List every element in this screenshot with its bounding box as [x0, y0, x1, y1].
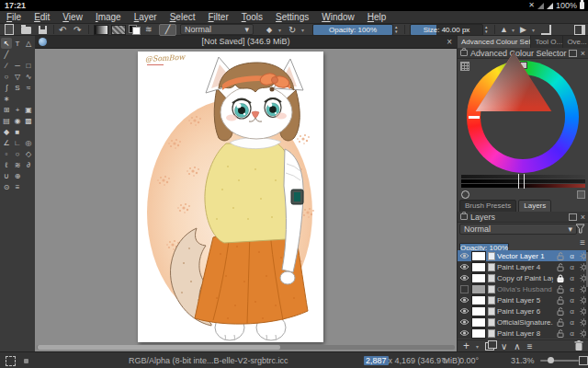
fg-bg-color-swatch[interactable]	[129, 25, 141, 35]
text-tool[interactable]: T	[12, 38, 23, 49]
status-mini-icon[interactable]	[24, 359, 28, 363]
menu-item-window[interactable]: Window	[315, 11, 361, 23]
assistants-tool[interactable]: ∠	[1, 137, 12, 148]
menu-item-layer[interactable]: Layer	[128, 11, 164, 23]
shade-selector-settings-icon[interactable]	[577, 190, 585, 199]
float-docker-icon[interactable]	[569, 50, 577, 57]
new-document-button[interactable]	[5, 24, 14, 35]
blend-mode-select[interactable]: Normal▾	[180, 24, 254, 35]
layer-visibility-toggle[interactable]	[459, 329, 469, 337]
zoom-percent-value[interactable]: 31.3%	[511, 352, 535, 368]
layer-lock-icon[interactable]	[555, 329, 565, 338]
layer-filter-icon[interactable]	[575, 224, 585, 234]
tab-layers[interactable]: Layers	[518, 200, 551, 213]
layer-row-copy-of-paint-lay[interactable]: Copy of Paint Lay...α	[458, 272, 588, 283]
crop-tool[interactable]: ▣	[23, 104, 34, 115]
color-history-icon[interactable]	[461, 190, 469, 199]
layer-row-paint-layer-8[interactable]: Paint Layer 8α	[458, 328, 588, 339]
layer-row-paint-layer-6[interactable]: Paint Layer 6α	[458, 305, 588, 316]
layer-row-olivia-s-husband[interactable]: Olivia's Husband [...α	[458, 283, 588, 294]
add-layer-button[interactable]: +	[463, 339, 469, 352]
layer-alpha-lock-icon[interactable]: α	[567, 263, 577, 271]
layer-options-menu-icon[interactable]: ≡	[580, 237, 585, 247]
layer-lock-icon[interactable]	[555, 274, 565, 282]
layer-properties-button[interactable]: ≡	[527, 341, 533, 351]
multibrush-tool[interactable]: ∗	[1, 93, 12, 104]
menu-item-filter[interactable]: Filter	[201, 11, 234, 23]
selection-mode-icon[interactable]	[6, 356, 16, 366]
brush-preset-chooser-button[interactable]: ≋	[145, 24, 153, 35]
layer-row-paint-layer-5[interactable]: Paint Layer 5α	[458, 294, 588, 305]
brush-size-slider[interactable]: Size: 40.00 px	[410, 24, 483, 36]
canvas-window[interactable]: [Not Saved] (346.9 MiB) ×	[35, 36, 457, 351]
contiguous-select-tool[interactable]: ⊕	[12, 170, 23, 181]
transform-tool[interactable]: ⊞	[1, 104, 12, 115]
move-layer-down-button[interactable]: ∨	[501, 341, 507, 351]
layer-visibility-toggle[interactable]	[459, 307, 469, 315]
save-button[interactable]	[39, 26, 47, 34]
edit-shapes-tool[interactable]: △	[23, 38, 34, 49]
layer-blend-mode-select[interactable]: Normal ▾	[459, 224, 577, 235]
wrap-around-button[interactable]: ▶	[520, 24, 526, 35]
opacity-spinner[interactable]: ▴▾	[395, 25, 398, 34]
layer-lock-icon[interactable]	[555, 296, 565, 305]
menu-item-settings[interactable]: Settings	[269, 11, 315, 23]
mirror-tool-button[interactable]: ▲	[500, 24, 508, 35]
zoom-tool[interactable]: ⊙	[1, 181, 12, 192]
show-dockers-button[interactable]	[574, 25, 585, 35]
eraser-caret-icon[interactable]: ▾	[278, 24, 281, 35]
pattern-edit-tool[interactable]: ▩	[23, 115, 34, 126]
magnetic-select-tool[interactable]: ∪	[1, 170, 12, 181]
measure-tool[interactable]: ∟	[12, 137, 23, 148]
layer-visibility-toggle[interactable]	[459, 274, 469, 282]
docker-tab-ove[interactable]: Ove...	[563, 36, 588, 48]
canvas-rotation-value[interactable]: 0.00°	[459, 352, 479, 368]
dynamic-brush-tool[interactable]: ≈	[23, 82, 34, 93]
menu-item-view[interactable]: View	[56, 11, 89, 23]
rectangle-tool[interactable]: □	[23, 60, 34, 71]
brush-editor-button[interactable]: ╱	[159, 24, 176, 36]
layer-visibility-toggle[interactable]	[459, 263, 469, 270]
layer-visibility-toggle[interactable]	[459, 285, 469, 293]
eraser-toggle-button[interactable]: ◆	[266, 24, 272, 35]
menu-item-tools[interactable]: Tools	[235, 11, 269, 23]
open-document-button[interactable]	[21, 27, 31, 34]
move-tool[interactable]: +	[12, 104, 23, 115]
fill-tool[interactable]: ◆	[1, 126, 12, 137]
pattern-chooser-button[interactable]	[111, 25, 126, 35]
layer-lock-icon[interactable]	[555, 252, 565, 260]
menu-item-help[interactable]: Help	[361, 11, 393, 23]
polyline-tool[interactable]: ∿	[23, 71, 34, 82]
layer-lock-icon[interactable]	[555, 318, 565, 327]
line-tool[interactable]: ─	[12, 60, 23, 71]
rect-select-tool[interactable]: ▫	[1, 148, 12, 159]
opacity-slider[interactable]: Opacity: 100%	[312, 24, 393, 36]
bezier-select-tool[interactable]: ∂	[23, 159, 34, 170]
docker-tab-tool-o[interactable]: Tool O...	[531, 36, 563, 48]
layer-lock-icon[interactable]	[555, 285, 565, 293]
canvas-horizontal-scrollbar[interactable]	[37, 345, 455, 350]
add-layer-caret-icon[interactable]: ▾	[476, 343, 479, 350]
canvas-window-titlebar[interactable]: [Not Saved] (346.9 MiB) ×	[35, 36, 457, 49]
close-docker-icon[interactable]: ×	[581, 49, 585, 58]
layer-visibility-toggle[interactable]	[459, 318, 469, 326]
enclose-fill-tool[interactable]: ■	[12, 126, 23, 137]
freehand-select-tool[interactable]: ℓ	[1, 159, 12, 170]
menu-item-file[interactable]: File	[0, 11, 28, 23]
reload-caret-icon[interactable]: ▾	[301, 24, 304, 35]
docker-lock-icon[interactable]	[460, 50, 468, 56]
zoom-fit-button[interactable]	[579, 356, 588, 365]
menu-item-image[interactable]: Image	[89, 11, 128, 23]
menu-item-edit[interactable]: Edit	[28, 11, 56, 23]
pan-tool[interactable]: ≡	[12, 181, 23, 192]
move-layer-up-button[interactable]: ∧	[514, 341, 520, 351]
color-sampler-tool[interactable]: ◉	[12, 115, 23, 126]
polygon-tool[interactable]: ▽	[12, 71, 23, 82]
layer-alpha-lock-icon[interactable]: α	[567, 318, 577, 327]
docker-tab-advanced-colour-sel[interactable]: Advanced Colour Sel...	[458, 36, 531, 48]
select-shapes-tool[interactable]: ↖	[1, 38, 12, 49]
undo-button[interactable]: ↶	[59, 24, 66, 35]
wrap-caret-icon[interactable]: ▾	[532, 24, 535, 35]
menu-item-select[interactable]: Select	[164, 11, 202, 23]
canvas-page[interactable]: @SomBow	[138, 52, 323, 342]
